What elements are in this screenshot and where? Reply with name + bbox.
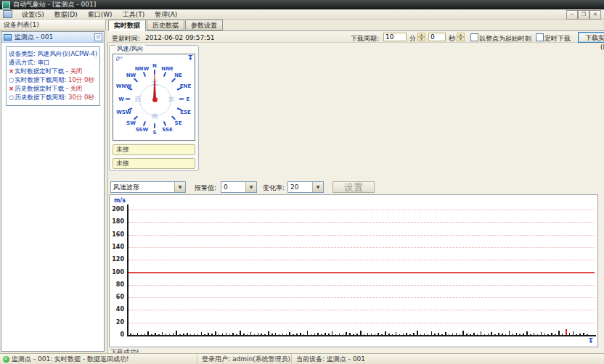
data-bar xyxy=(325,333,326,335)
login-user-status: 登录用户: admin(系统管理员) xyxy=(197,354,292,364)
data-bar xyxy=(534,333,535,335)
compass-tick xyxy=(134,78,138,82)
data-bar xyxy=(173,333,174,335)
data-bar xyxy=(541,332,542,335)
timed-download-checkbox[interactable] xyxy=(536,33,544,41)
data-bar xyxy=(399,334,401,335)
mdi-child-icon[interactable] xyxy=(3,10,12,18)
status-ok-icon: ✓ xyxy=(3,356,9,363)
menu-item[interactable]: 数据(D) xyxy=(49,11,83,18)
chevron-down-icon: ▼ xyxy=(245,182,256,192)
tab-2[interactable]: 参数设置 xyxy=(185,20,223,30)
y-tick-label: 0 xyxy=(110,331,124,338)
data-bar xyxy=(367,333,369,335)
app-window: 自动气象站 - [监测点 - 001] 设置(S)数据(D)窗口(W)工具(T)… xyxy=(0,0,604,364)
gridline xyxy=(128,260,595,260)
y-tick-label: 180 xyxy=(110,218,124,225)
data-bar xyxy=(158,334,160,335)
tab-0[interactable]: 实时数据 xyxy=(108,20,146,31)
gridline xyxy=(128,285,595,286)
compass-tick xyxy=(163,121,167,126)
minutes-spinner[interactable]: ▲▼ xyxy=(417,33,425,41)
data-bar xyxy=(343,334,344,335)
minutes-unit-label: 分 xyxy=(409,34,416,44)
rate-label: 变化率: xyxy=(263,183,285,193)
data-bar xyxy=(558,331,560,335)
data-bar xyxy=(339,334,340,335)
gridline xyxy=(128,247,595,248)
info-label: 历史数据下载周期: xyxy=(15,94,68,101)
data-bar xyxy=(162,332,163,335)
data-bar xyxy=(573,331,574,335)
data-bar xyxy=(462,331,464,335)
data-bar xyxy=(456,333,457,335)
device-tree: 监测点 - 001 日 设备类型: 风速风向仪(ACPW-4)通讯方式: 串口×… xyxy=(1,31,105,352)
data-bar xyxy=(477,334,478,335)
data-bar xyxy=(229,334,231,335)
tab-1[interactable]: 历史数据 xyxy=(147,20,184,30)
align-hour-checkbox[interactable] xyxy=(470,33,478,41)
info-label: 实时数据定时下载 - xyxy=(15,67,70,75)
info-label: 通讯方式: 串口 xyxy=(9,59,50,66)
gridline xyxy=(128,210,595,210)
tree-node-device[interactable]: 监测点 - 001 日 xyxy=(1,32,104,43)
waveform-select[interactable]: 风速波形 ▼ xyxy=(110,181,186,193)
gridline xyxy=(128,297,595,298)
data-bar xyxy=(360,331,362,335)
info-label: 历史数据定时下载 - xyxy=(15,85,70,92)
download-realtime-button[interactable]: 下载实时数据(L) xyxy=(578,32,604,43)
mdi-minimize-button[interactable]: ─ xyxy=(566,10,578,20)
data-bar xyxy=(583,333,584,335)
set-button[interactable]: 设置(S) xyxy=(332,181,375,193)
compass-tick xyxy=(126,99,131,100)
menu-item[interactable]: 窗口(W) xyxy=(83,11,118,18)
data-bar xyxy=(264,334,266,335)
seconds-input[interactable] xyxy=(428,33,446,41)
y-tick-label: 160 xyxy=(110,231,124,238)
compass-tick xyxy=(171,115,176,120)
compass-tick xyxy=(127,87,132,91)
wind-speed-chart: m/s 020406080100120140160180200Ŧ xyxy=(109,194,598,347)
menu-item[interactable]: 工具(T) xyxy=(118,11,150,18)
data-bar xyxy=(576,334,577,335)
data-bar xyxy=(353,334,354,335)
data-bar xyxy=(466,334,468,335)
menu-item[interactable]: 设置(S) xyxy=(17,11,49,18)
app-icon xyxy=(2,1,10,9)
seconds-spinner[interactable]: ▲▼ xyxy=(457,33,465,41)
disabled-marker-icon: × xyxy=(9,67,14,75)
chart-cursor-icon[interactable]: Ŧ xyxy=(589,338,592,344)
data-bar xyxy=(547,334,549,335)
data-bar xyxy=(321,334,322,335)
data-bar xyxy=(166,334,167,335)
alarm-value-select[interactable]: 0 ▼ xyxy=(221,181,257,193)
data-bar xyxy=(275,333,277,335)
minutes-input[interactable] xyxy=(383,33,407,41)
data-bar xyxy=(258,333,259,335)
rate-select[interactable]: 20 ▼ xyxy=(287,181,324,193)
mdi-restore-button[interactable]: ❐ xyxy=(578,10,589,20)
chevron-down-icon: ▼ xyxy=(174,182,185,192)
menu-item[interactable]: 管理(A) xyxy=(150,11,182,18)
data-bar xyxy=(296,334,298,335)
collapse-icon[interactable]: 日 xyxy=(94,33,102,41)
data-toolbar: 更新时间: 2012-06-02 09:57:51 下载周期: 分 ▲▼ 秒 ▲… xyxy=(107,30,604,43)
y-tick-label: 100 xyxy=(110,269,124,276)
data-bar xyxy=(417,331,418,335)
gridline xyxy=(128,323,595,323)
compass-dir-SSW: SSW xyxy=(136,127,149,133)
data-bar xyxy=(460,334,461,335)
download-period-label: 下载周期: xyxy=(351,34,379,44)
data-bar xyxy=(413,333,415,335)
data-bar xyxy=(137,333,139,335)
y-tick-label: 40 xyxy=(110,306,124,313)
compass-tick xyxy=(154,123,155,128)
data-bar xyxy=(332,331,333,335)
mdi-close-button[interactable]: ✕ xyxy=(589,10,601,20)
data-bar xyxy=(403,334,404,335)
data-bar xyxy=(523,334,524,335)
compass-dir-S: S xyxy=(152,130,156,136)
data-bar xyxy=(289,332,290,335)
data-bar xyxy=(254,334,256,335)
data-bar xyxy=(311,334,312,335)
